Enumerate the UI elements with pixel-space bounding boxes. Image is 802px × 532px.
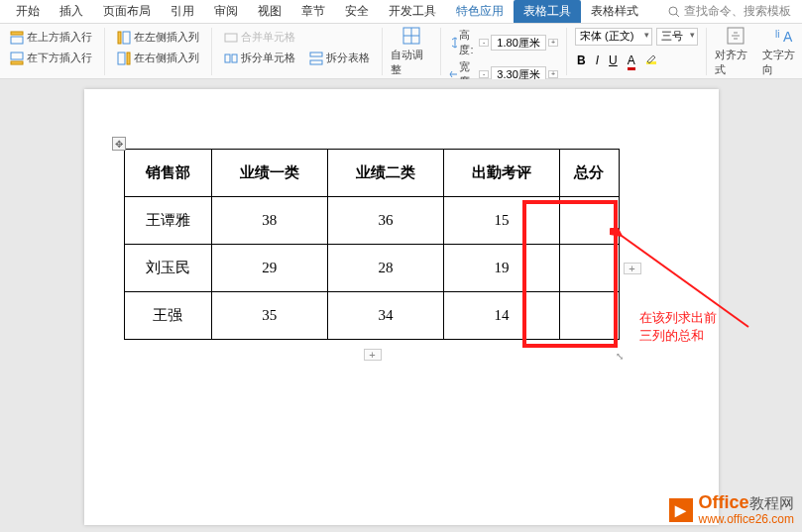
- insert-col-right-button[interactable]: 在右侧插入列: [113, 49, 203, 67]
- tab-view[interactable]: 视图: [248, 0, 291, 23]
- table-move-handle[interactable]: ✥: [112, 137, 126, 151]
- watermark-url: www.office26.com: [699, 513, 795, 526]
- add-row-button[interactable]: +: [364, 349, 382, 361]
- autofit-icon: [401, 26, 421, 46]
- insert-row-below-label: 在下方插入行: [27, 51, 92, 65]
- italic-button[interactable]: I: [594, 52, 601, 70]
- table-resize-handle[interactable]: ⤡: [616, 351, 624, 362]
- tab-start[interactable]: 开始: [6, 0, 50, 23]
- split-cells-label: 拆分单元格: [241, 51, 295, 65]
- underline-button[interactable]: U: [607, 52, 620, 70]
- tab-references[interactable]: 引用: [161, 0, 204, 23]
- svg-rect-3: [11, 32, 23, 35]
- tab-table-style[interactable]: 表格样式: [581, 0, 648, 23]
- svg-line-1: [676, 14, 679, 17]
- insert-col-left-label: 在左侧插入列: [134, 30, 199, 45]
- group-insert-rows: 在上方插入行 在下方插入行: [6, 28, 105, 75]
- table-header[interactable]: 业绩二类: [327, 150, 443, 197]
- table-cell[interactable]: 34: [327, 292, 443, 340]
- data-table[interactable]: 销售部 业绩一类 业绩二类 出勤考评 总分 王谭雅 38 36 15 刘玉民 2…: [124, 149, 620, 340]
- merge-cells-label: 合并单元格: [241, 30, 295, 45]
- table-cell[interactable]: 28: [327, 245, 443, 292]
- insert-col-right-label: 在右侧插入列: [134, 51, 199, 65]
- svg-rect-11: [225, 54, 230, 62]
- svg-point-0: [669, 7, 677, 15]
- width-dec[interactable]: -: [479, 70, 489, 78]
- table-cell[interactable]: 36: [327, 197, 443, 245]
- insert-row-below-icon: [10, 52, 24, 65]
- table-cell[interactable]: 19: [443, 245, 559, 292]
- annotation-text: 在该列求出前三列的总和: [639, 309, 719, 345]
- height-input[interactable]: [491, 35, 546, 51]
- insert-row-above-label: 在上方插入行: [27, 30, 92, 45]
- table-header[interactable]: 业绩一类: [211, 150, 327, 197]
- group-font: 宋体 (正文) 三号 B I U A: [575, 28, 707, 75]
- table-cell[interactable]: 王谭雅: [124, 197, 211, 245]
- highlight-button[interactable]: [643, 52, 659, 70]
- merge-cells-button[interactable]: 合并单元格: [220, 28, 299, 47]
- tab-special[interactable]: 特色应用: [446, 0, 514, 23]
- split-table-button[interactable]: 拆分表格: [305, 49, 374, 67]
- font-color-button[interactable]: A: [626, 52, 637, 70]
- table-row: 刘玉民 29 28 19: [124, 245, 619, 292]
- bold-button[interactable]: B: [575, 52, 588, 70]
- tab-review[interactable]: 审阅: [204, 0, 248, 23]
- table-header[interactable]: 销售部: [124, 150, 211, 197]
- search-box[interactable]: 查找命令、搜索模板: [668, 3, 791, 20]
- table-cell[interactable]: [559, 245, 619, 292]
- table-cell[interactable]: 38: [211, 197, 327, 245]
- font-name-select[interactable]: 宋体 (正文): [575, 28, 652, 46]
- group-insert-cols: 在左侧插入列 在右侧插入列: [113, 28, 212, 75]
- autofit-button[interactable]: 自动调整: [391, 26, 432, 77]
- search-placeholder: 查找命令、搜索模板: [684, 3, 791, 20]
- height-inc[interactable]: +: [548, 39, 558, 47]
- split-table-icon: [309, 52, 323, 65]
- table-cell[interactable]: 15: [443, 197, 559, 245]
- tab-insert[interactable]: 插入: [50, 0, 93, 23]
- watermark-title: Office教程网: [699, 493, 795, 513]
- table-header[interactable]: 总分: [559, 150, 619, 197]
- tab-chapter[interactable]: 章节: [291, 0, 335, 23]
- font-size-select[interactable]: 三号: [656, 28, 698, 46]
- autofit-label: 自动调整: [391, 48, 432, 77]
- table-cell[interactable]: 王强: [124, 292, 211, 340]
- svg-rect-6: [123, 32, 130, 44]
- insert-col-right-icon: [117, 52, 131, 65]
- table-header-row: 销售部 业绩一类 业绩二类 出勤考评 总分: [124, 150, 619, 197]
- table-header[interactable]: 出勤考评: [443, 150, 559, 197]
- tab-security[interactable]: 安全: [335, 0, 379, 23]
- table-row: 王强 35 34 14: [124, 292, 619, 340]
- align-icon: [726, 26, 745, 46]
- text-direction-icon: liA: [773, 26, 793, 46]
- insert-row-above-icon: [10, 31, 24, 45]
- text-direction-button[interactable]: liA 文字方向: [762, 26, 802, 77]
- insert-row-below-button[interactable]: 在下方插入行: [6, 49, 96, 67]
- width-inc[interactable]: +: [548, 70, 558, 78]
- insert-col-left-button[interactable]: 在左侧插入列: [113, 28, 203, 47]
- svg-rect-7: [118, 32, 121, 44]
- ribbon-toolbar: 在上方插入行 在下方插入行 在左侧插入列 在右侧插入列 合并单元格 拆分单元格: [0, 24, 802, 79]
- tab-table-tools[interactable]: 表格工具: [514, 0, 581, 23]
- watermark-logo-icon: ▶: [669, 498, 693, 522]
- group-autofit: 自动调整: [391, 28, 441, 75]
- height-label: 高度:: [459, 28, 477, 57]
- table-cell[interactable]: [559, 292, 619, 340]
- group-size: 高度: - + 宽度: - +: [449, 28, 567, 75]
- svg-rect-4: [11, 53, 23, 59]
- table-cell[interactable]: 14: [443, 292, 559, 340]
- table-cell[interactable]: 刘玉民: [124, 245, 211, 292]
- merge-cells-icon: [224, 31, 238, 45]
- insert-row-above-button[interactable]: 在上方插入行: [6, 28, 96, 47]
- group-merge-split: 合并单元格 拆分单元格 拆分表格: [220, 28, 383, 75]
- table-cell[interactable]: [559, 197, 619, 245]
- tab-page-layout[interactable]: 页面布局: [93, 0, 161, 23]
- svg-rect-13: [310, 53, 322, 56]
- svg-text:A: A: [783, 29, 793, 45]
- split-cells-button[interactable]: 拆分单元格: [220, 49, 299, 67]
- align-button[interactable]: 对齐方式: [715, 26, 756, 77]
- add-column-button[interactable]: +: [624, 263, 641, 274]
- tab-developer[interactable]: 开发工具: [379, 0, 446, 23]
- table-cell[interactable]: 35: [211, 292, 327, 340]
- table-cell[interactable]: 29: [211, 245, 327, 292]
- height-dec[interactable]: -: [479, 39, 489, 47]
